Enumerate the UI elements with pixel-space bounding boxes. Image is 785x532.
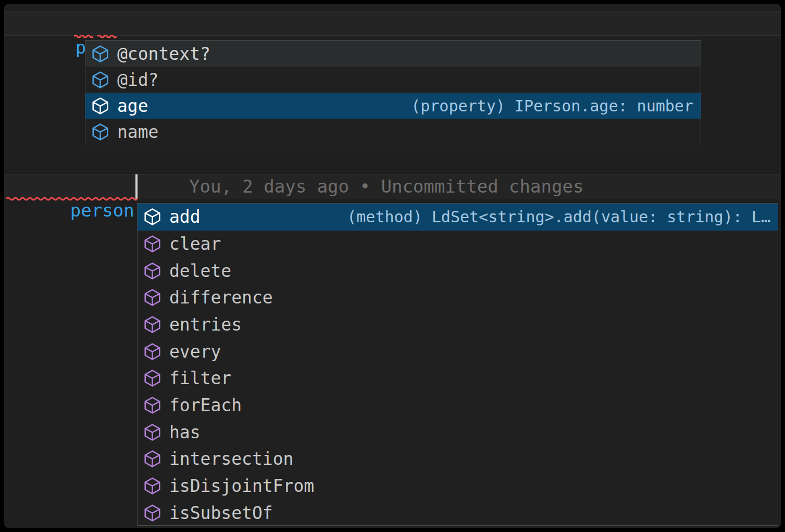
error-squiggle bbox=[6, 196, 138, 201]
suggestion-label: name bbox=[117, 122, 158, 142]
suggestion-item-every[interactable]: every bbox=[138, 338, 778, 365]
suggest-widget-methods: add (method) LdSet<string>.add(value: st… bbox=[137, 203, 778, 526]
suggestion-label: filter bbox=[169, 368, 231, 388]
symbol-field-icon bbox=[91, 123, 109, 141]
token-variable: person bbox=[70, 200, 134, 221]
symbol-method-icon bbox=[143, 423, 161, 441]
code-line-1[interactable]: person.; bbox=[4, 11, 781, 36]
symbol-method-icon bbox=[143, 343, 161, 361]
suggestion-item-entries[interactable]: entries bbox=[138, 311, 778, 338]
suggestion-label: forEach bbox=[169, 395, 242, 415]
suggestion-item-intersection[interactable]: intersection bbox=[138, 446, 778, 473]
suggest-widget-properties: @context? @id? age (property) IPerson.ag… bbox=[85, 40, 701, 145]
suggestion-label: intersection bbox=[169, 449, 293, 469]
suggestion-item-filter[interactable]: filter bbox=[138, 365, 778, 392]
symbol-field-icon bbox=[91, 45, 109, 63]
suggestion-detail: (method) LdSet<string>.add(value: string… bbox=[331, 208, 770, 226]
symbol-method-icon bbox=[143, 504, 161, 522]
suggestion-label: @id? bbox=[117, 70, 158, 90]
suggestion-label: entries bbox=[169, 314, 242, 335]
suggestion-item-isdisjointfrom[interactable]: isDisjointFrom bbox=[138, 473, 778, 500]
suggestion-label: isDisjointFrom bbox=[169, 476, 314, 496]
suggestion-item-difference[interactable]: difference bbox=[138, 284, 778, 311]
suggestion-label: has bbox=[169, 422, 201, 442]
symbol-method-icon bbox=[143, 315, 161, 334]
suggestion-item-has[interactable]: has bbox=[138, 419, 778, 446]
symbol-method-icon bbox=[143, 450, 161, 468]
suggestion-detail: (property) IPerson.age: number bbox=[395, 97, 693, 115]
suggestion-item-delete[interactable]: delete bbox=[138, 257, 778, 284]
suggestion-label: add bbox=[169, 207, 201, 227]
symbol-method-icon bbox=[143, 262, 161, 280]
suggestion-item-foreach[interactable]: forEach bbox=[138, 392, 778, 419]
symbol-method-icon bbox=[143, 288, 161, 307]
error-squiggle bbox=[97, 34, 117, 39]
suggestion-item-clear[interactable]: clear bbox=[138, 231, 778, 258]
symbol-field-icon bbox=[91, 71, 109, 89]
symbol-method-icon bbox=[143, 396, 161, 414]
suggestion-item-context[interactable]: @context? bbox=[85, 41, 701, 67]
suggestion-label: delete bbox=[169, 261, 231, 281]
symbol-method-icon bbox=[143, 235, 161, 253]
suggestion-item-add[interactable]: add (method) LdSet<string>.add(value: st… bbox=[138, 204, 778, 231]
suggestion-item-age[interactable]: age (property) IPerson.age: number bbox=[85, 93, 701, 119]
symbol-method-icon bbox=[143, 208, 161, 226]
suggestion-item-name[interactable]: name bbox=[85, 119, 701, 145]
suggestion-label: every bbox=[169, 341, 221, 362]
suggestion-label: clear bbox=[169, 234, 221, 254]
symbol-field-icon bbox=[91, 97, 109, 115]
suggestion-item-issubsetof[interactable]: isSubsetOf bbox=[138, 499, 778, 526]
suggestion-label: age bbox=[117, 96, 148, 116]
git-blame-annotation: You, 2 days ago • Uncommitted changes bbox=[189, 174, 583, 199]
symbol-method-icon bbox=[143, 477, 161, 495]
error-squiggle bbox=[74, 34, 93, 39]
suggestion-label: isSubsetOf bbox=[169, 503, 273, 523]
code-editor-window: person.; @context? @id? age (property) I… bbox=[0, 0, 785, 532]
code-line-2[interactable]: person.name. You, 2 days ago • Uncommitt… bbox=[4, 174, 781, 199]
suggestion-label: @context? bbox=[117, 44, 210, 64]
suggestion-item-id[interactable]: @id? bbox=[85, 67, 701, 93]
symbol-method-icon bbox=[143, 369, 161, 387]
editor-surface[interactable]: person.; @context? @id? age (property) I… bbox=[4, 4, 781, 528]
suggestion-label: difference bbox=[169, 287, 273, 308]
